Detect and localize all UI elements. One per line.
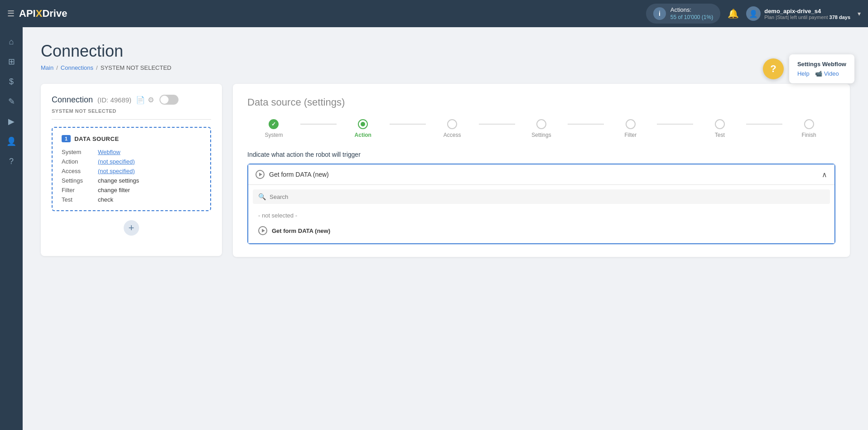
right-card-title-text: Data source [247, 97, 301, 108]
datasource-badge: 1 [62, 135, 71, 142]
sidebar-item-edit[interactable]: ✎ [2, 92, 20, 111]
action-label: Indicate what action the robot will trig… [247, 151, 835, 158]
user-info: demo_apix-drive_s4 Plan |Start| left unt… [764, 8, 850, 20]
actions-count: 55 of 10'000 (1%) [670, 14, 713, 21]
step-circle [358, 119, 368, 129]
datasource-row: Access(not specified) [62, 168, 201, 174]
breadcrumb-connections[interactable]: Connections [61, 64, 93, 71]
sidebar-item-play[interactable]: ▶ [2, 112, 20, 130]
row-label: Test [62, 196, 98, 203]
step-finish[interactable]: Finish [782, 119, 835, 138]
step-connector [479, 124, 515, 125]
dropdown-selected-value: Get form DATA (new) [269, 171, 329, 178]
help-popup-title: Settings Webflow [797, 61, 846, 68]
help-link[interactable]: Help [797, 70, 810, 77]
sidebar-item-help[interactable]: ? [2, 152, 20, 170]
step-label: Settings [531, 132, 551, 138]
right-card-title: Data source (settings) [247, 97, 835, 108]
step-settings[interactable]: Settings [515, 119, 568, 138]
step-circle [536, 119, 546, 129]
card-title-text: Connection [52, 95, 93, 105]
step-system[interactable]: System [247, 119, 300, 138]
actions-info-icon: i [653, 7, 666, 20]
dropdown-option-label: Get form DATA (new) [272, 227, 330, 234]
main-content: Connection Main / Connections / SYSTEM N… [23, 27, 868, 430]
page-title: Connection [41, 42, 850, 61]
sidebar-item-billing[interactable]: $ [2, 72, 20, 91]
user-menu[interactable]: 👤 demo_apix-drive_s4 Plan |Start| left u… [746, 6, 861, 21]
step-circle [447, 119, 457, 129]
doc-icon[interactable]: 📄 [136, 96, 145, 104]
step-label: Action [355, 132, 371, 138]
action-dropdown[interactable]: Get form DATA (new) ∧ 🔍 - not selected -… [247, 164, 835, 244]
sidebar-item-home[interactable]: ⌂ [2, 33, 20, 51]
row-value: change settings [98, 177, 201, 184]
chevron-up-icon[interactable]: ∧ [822, 170, 827, 179]
help-popup: Settings Webflow Help 📹Video [789, 54, 854, 83]
step-label: System [265, 132, 283, 138]
sidebar-item-user[interactable]: 👤 [2, 132, 20, 150]
play-icon [256, 170, 265, 179]
logo-drive: Drive [42, 8, 67, 19]
dropdown-header-left: Get form DATA (new) [256, 170, 329, 179]
cards-row: Connection (ID: 49689) 📄 ⚙ SYSTEM NOT SE… [41, 84, 850, 257]
step-circle [626, 119, 636, 129]
breadcrumb-main[interactable]: Main [41, 64, 53, 71]
step-access[interactable]: Access [426, 119, 479, 138]
datasource-row: SystemWebflow [62, 149, 201, 155]
add-button[interactable]: + [124, 220, 139, 236]
step-connector [568, 124, 604, 125]
row-label: Filter [62, 187, 98, 193]
actions-info: i Actions: 55 of 10'000 (1%) [646, 4, 720, 24]
step-action[interactable]: Action [337, 119, 390, 138]
datasource-row: Filterchange filter [62, 187, 201, 193]
step-connector [300, 124, 337, 125]
hamburger-icon[interactable]: ☰ [7, 9, 14, 19]
search-input[interactable] [270, 193, 825, 200]
datasource-header: 1 DATA SOURCE [62, 135, 201, 142]
row-label: Access [62, 168, 98, 174]
topnav: ☰ APIXDrive i Actions: 55 of 10'000 (1%)… [0, 0, 868, 27]
help-button[interactable]: ? [763, 58, 784, 79]
search-box: 🔍 [253, 189, 830, 204]
logo[interactable]: ☰ APIXDrive [7, 8, 67, 19]
option-play-icon [258, 226, 267, 235]
step-label: Access [444, 132, 461, 138]
row-value: change filter [98, 187, 201, 193]
gear-icon[interactable]: ⚙ [148, 96, 154, 104]
row-value[interactable]: (not specified) [98, 158, 201, 165]
actions-text: Actions: 55 of 10'000 (1%) [670, 6, 713, 21]
step-circle [269, 119, 279, 129]
search-icon: 🔍 [258, 193, 266, 200]
sidebar: ⌂ ⊞ $ ✎ ▶ 👤 ? [0, 27, 23, 430]
row-label: Action [62, 158, 98, 165]
row-value[interactable]: (not specified) [98, 168, 201, 174]
dropdown-header[interactable]: Get form DATA (new) ∧ [248, 164, 834, 184]
datasource-rows: SystemWebflowAction(not specified)Access… [62, 149, 201, 203]
bell-icon[interactable]: 🔔 [728, 8, 739, 19]
dropdown-option-get-form[interactable]: Get form DATA (new) [253, 222, 830, 239]
step-test[interactable]: Test [693, 119, 746, 138]
breadcrumb-sep2: / [96, 64, 98, 71]
steps-row: SystemActionAccessSettingsFilterTestFini… [247, 119, 835, 138]
step-connector [390, 124, 426, 125]
datasource-row: Action(not specified) [62, 158, 201, 165]
row-label: Settings [62, 177, 98, 184]
datasource-row: Settingschange settings [62, 177, 201, 184]
row-value[interactable]: Webflow [98, 149, 201, 155]
step-label: Finish [802, 132, 816, 138]
user-plan: Plan |Start| left until payment 378 days [764, 14, 850, 20]
row-label: System [62, 149, 98, 155]
video-link[interactable]: 📹Video [815, 70, 839, 77]
dropdown-option-not-selected[interactable]: - not selected - [253, 208, 830, 222]
sidebar-item-grid[interactable]: ⊞ [2, 53, 20, 71]
help-links: Help 📹Video [797, 70, 846, 77]
toggle-switch[interactable] [159, 95, 178, 105]
datasource-label: DATA SOURCE [74, 135, 119, 142]
step-filter[interactable]: Filter [604, 119, 657, 138]
video-icon: 📹 [815, 70, 822, 77]
user-chevron-icon[interactable]: ▾ [858, 10, 861, 17]
datasource-box: 1 DATA SOURCE SystemWebflowAction(not sp… [52, 127, 211, 211]
datasource-row: Testcheck [62, 196, 201, 203]
system-not-selected-label: SYSTEM NOT SELECTED [52, 108, 211, 120]
